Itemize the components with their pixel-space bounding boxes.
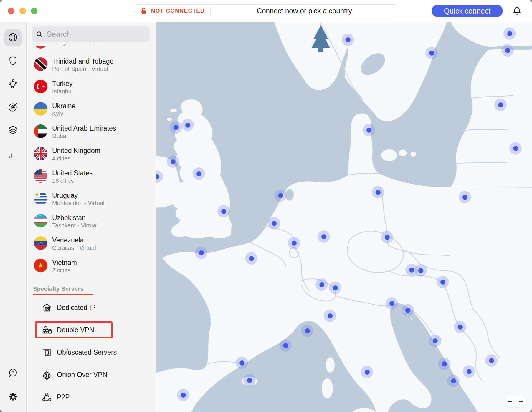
country-city: Port of Spain - Virtual bbox=[52, 65, 113, 73]
server-pin[interactable] bbox=[494, 99, 507, 111]
globe-icon bbox=[7, 32, 19, 44]
specialty-item-dedicated-ip[interactable]: Dedicated IP bbox=[27, 296, 156, 319]
server-pin[interactable] bbox=[485, 354, 498, 367]
search-input[interactable] bbox=[47, 30, 141, 39]
country-item-trinidad-and-tobago[interactable]: Trinidad and TobagoPort of Spain - Virtu… bbox=[27, 54, 156, 76]
server-pin[interactable] bbox=[438, 358, 450, 370]
specialty-item-onion-over-vpn[interactable]: Onion Over VPN bbox=[27, 363, 156, 386]
server-pin[interactable] bbox=[274, 189, 287, 202]
server-pin[interactable] bbox=[245, 252, 257, 265]
status-text: NOT CONNECTED bbox=[151, 8, 205, 14]
rail-item-help[interactable]: ? bbox=[4, 365, 22, 382]
server-pin[interactable] bbox=[324, 310, 336, 322]
zoom-out-button[interactable]: − bbox=[505, 398, 515, 406]
server-pin[interactable] bbox=[177, 389, 189, 401]
server-pin[interactable] bbox=[236, 357, 248, 369]
rail-item-regions[interactable] bbox=[4, 122, 22, 139]
server-pin[interactable] bbox=[372, 186, 384, 198]
server-pin[interactable] bbox=[503, 27, 516, 40]
country-item-uruguay[interactable]: UruguayMontevideo - Virtual bbox=[27, 188, 156, 210]
notifications-bell-icon[interactable] bbox=[511, 6, 523, 17]
server-pin[interactable] bbox=[437, 276, 449, 288]
connect-prompt[interactable]: Connect now or pick a country bbox=[211, 7, 398, 15]
rail-item-countries[interactable] bbox=[4, 29, 22, 46]
rail-item-statistics[interactable] bbox=[4, 146, 22, 163]
server-pin[interactable] bbox=[195, 247, 207, 259]
server-pin[interactable] bbox=[429, 335, 441, 347]
server-pin[interactable] bbox=[447, 375, 460, 387]
rail-item-threat-protection[interactable] bbox=[4, 99, 22, 116]
server-pin[interactable] bbox=[217, 205, 230, 217]
server-pin[interactable] bbox=[268, 217, 280, 230]
country-item-venezuela[interactable]: VenezuelaCaracas - Virtual bbox=[27, 232, 156, 255]
country-item-ukraine[interactable]: UkraineKyiv bbox=[27, 98, 156, 121]
world-map[interactable]: − + bbox=[156, 22, 532, 412]
server-pin[interactable] bbox=[509, 142, 522, 154]
country-name: Trinidad and Tobago bbox=[52, 57, 113, 65]
country-city: Kyiv bbox=[52, 110, 75, 117]
country-name: Venezuela bbox=[52, 236, 96, 244]
server-pin[interactable] bbox=[361, 366, 373, 378]
server-pin[interactable] bbox=[381, 231, 393, 243]
country-item[interactable]: Bangkok - Virtual bbox=[27, 44, 156, 54]
specialty-item-obfuscated-servers[interactable]: Obfuscated Servers bbox=[27, 341, 156, 363]
sidebar-icon-rail: ? bbox=[0, 22, 27, 412]
search-box[interactable] bbox=[32, 26, 150, 42]
connection-status-bar: NOT CONNECTED Connect now or pick a coun… bbox=[134, 4, 398, 17]
server-pin[interactable] bbox=[181, 119, 194, 131]
specialty-item-double-vpn[interactable]: Double VPN bbox=[27, 319, 156, 341]
country-item-united-arab-emirates[interactable]: United Arab EmiratesDubai bbox=[27, 121, 156, 143]
uruguay-flag-icon bbox=[34, 192, 47, 206]
country-city: Istanbul bbox=[52, 88, 73, 95]
server-pin[interactable] bbox=[301, 325, 313, 337]
server-pin[interactable] bbox=[315, 278, 328, 291]
rail-item-security[interactable] bbox=[4, 53, 22, 70]
server-pin[interactable] bbox=[167, 155, 179, 168]
server-pin[interactable] bbox=[243, 374, 256, 386]
country-item-vietnam[interactable]: Vietnam2 cities bbox=[27, 255, 156, 277]
server-pin[interactable] bbox=[402, 304, 414, 316]
country-name: United States bbox=[52, 169, 93, 177]
country-item-turkey[interactable]: TurkeyIstanbul bbox=[27, 76, 156, 98]
red-underline-annotation bbox=[33, 294, 93, 295]
server-pin[interactable] bbox=[318, 230, 330, 243]
server-pin[interactable] bbox=[193, 167, 205, 180]
vietnam-flag-icon bbox=[34, 259, 47, 273]
server-pin[interactable] bbox=[170, 121, 182, 134]
server-pin[interactable] bbox=[329, 282, 341, 294]
server-pin[interactable] bbox=[425, 47, 438, 59]
server-pin[interactable] bbox=[463, 365, 475, 378]
server-pin[interactable] bbox=[279, 339, 292, 352]
country-item-united-kingdom[interactable]: United Kingdom4 cities bbox=[27, 143, 156, 165]
rail-item-meshnet[interactable] bbox=[4, 76, 22, 93]
server-pin[interactable] bbox=[454, 321, 466, 333]
minimize-button[interactable] bbox=[19, 8, 26, 14]
country-item-united-states[interactable]: United States16 cities bbox=[27, 165, 156, 188]
close-button[interactable] bbox=[8, 8, 14, 14]
server-pin[interactable] bbox=[501, 44, 514, 57]
country-city: Tashkent - Virtual bbox=[52, 222, 98, 229]
server-pin[interactable] bbox=[363, 124, 375, 136]
uzbekistan-flag-icon bbox=[34, 214, 47, 229]
country-item-uzbekistan[interactable]: UzbekistanTashkent - Virtual bbox=[27, 210, 156, 232]
quick-connect-button[interactable]: Quick connect bbox=[432, 5, 503, 17]
fullscreen-button[interactable] bbox=[31, 8, 37, 14]
server-pin[interactable] bbox=[459, 191, 471, 203]
specialty-servers-title: Specialty Servers bbox=[33, 285, 156, 292]
server-pin[interactable] bbox=[414, 264, 427, 277]
server-pin[interactable] bbox=[288, 237, 300, 249]
zoom-in-button[interactable]: + bbox=[516, 398, 526, 406]
specialty-item-p2p[interactable]: P2P bbox=[27, 386, 156, 408]
specialty-label: Dedicated IP bbox=[57, 304, 96, 312]
server-pin[interactable] bbox=[342, 34, 354, 46]
rail-item-settings[interactable] bbox=[4, 389, 22, 406]
specialty-label: P2P bbox=[57, 393, 70, 401]
country-city: Caracas - Virtual bbox=[52, 244, 96, 252]
server-pin[interactable] bbox=[386, 297, 398, 310]
country-city: 2 cities bbox=[52, 267, 77, 274]
turkey-flag-icon bbox=[34, 80, 47, 94]
shield-icon bbox=[7, 55, 19, 67]
country-scroll-area[interactable]: Bangkok - VirtualTrinidad and TobagoPort… bbox=[27, 44, 156, 412]
specialty-servers-header: Specialty Servers bbox=[33, 285, 156, 295]
layers-icon bbox=[7, 125, 19, 137]
